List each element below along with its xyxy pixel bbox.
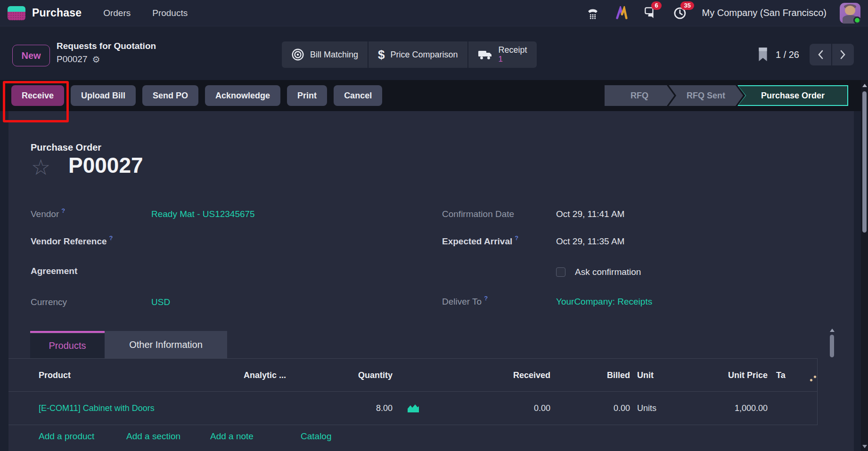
row-unit[interactable]: Units	[637, 403, 656, 413]
col-analytic[interactable]: Analytic ...	[244, 370, 286, 380]
col-quantity[interactable]: Quantity	[358, 370, 393, 380]
gear-icon[interactable]: ⚙	[92, 54, 100, 64]
row-billed[interactable]: 0.00	[614, 403, 630, 413]
add-section-link[interactable]: Add a section	[126, 431, 180, 442]
page-scrollbar-thumb[interactable]	[862, 91, 867, 233]
currency-value[interactable]: USD	[151, 297, 170, 307]
breadcrumb-parent[interactable]: Requests for Quotation	[57, 41, 156, 51]
send-po-button[interactable]: Send PO	[142, 85, 198, 106]
status-step-purchase-order-label: Purchase Order	[761, 91, 825, 101]
page-scrollbar[interactable]	[861, 80, 868, 451]
expected-arrival-value[interactable]: Oct 29, 11:35 AM	[556, 236, 624, 247]
deliver-to-value[interactable]: YourCompany: Receipts	[556, 297, 652, 307]
upload-bill-button[interactable]: Upload Bill	[71, 85, 136, 106]
scroll-down-arrow-icon[interactable]	[862, 445, 867, 448]
receipt-button[interactable]: Receipt 1	[468, 41, 537, 68]
breadcrumb-current: P00027	[57, 54, 88, 64]
ask-confirmation-checkbox[interactable]	[556, 267, 565, 277]
inner-scrollbar-thumb[interactable]	[830, 335, 834, 357]
phone-icon[interactable]	[585, 5, 601, 21]
price-comparison-button[interactable]: $ Price Comparison	[368, 41, 467, 68]
acknowledge-button[interactable]: Acknowledge	[205, 85, 280, 106]
col-unit[interactable]: Unit	[637, 370, 654, 380]
vendor-value[interactable]: Ready Mat - US12345675	[151, 209, 255, 219]
truck-icon	[478, 48, 493, 61]
pager-value: 1 / 26	[776, 49, 799, 60]
currency-label: Currency	[31, 297, 67, 307]
confirmation-date-value[interactable]: Oct 29, 11:41 AM	[556, 209, 624, 219]
table-row[interactable]: [E-COM11] Cabinet with Doors 8.00 0.00 0…	[8, 392, 817, 425]
pager-previous-button[interactable]	[810, 44, 831, 65]
inner-scrollbar[interactable]	[828, 329, 836, 360]
bill-matching-label: Bill Matching	[310, 50, 358, 60]
scroll-up-arrow-icon[interactable]	[862, 84, 867, 87]
row-unit-price[interactable]: 1,000.00	[735, 403, 768, 413]
add-product-link[interactable]: Add a product	[39, 431, 94, 442]
table-header-row: Product Analytic ... Quantity Received B…	[8, 359, 817, 392]
bill-matching-button[interactable]: Bill Matching	[282, 41, 368, 68]
help-icon: ?	[61, 207, 65, 214]
row-quantity[interactable]: 8.00	[376, 403, 393, 413]
col-received[interactable]: Received	[513, 370, 550, 380]
dollar-icon: $	[378, 48, 385, 62]
tab-other-information[interactable]: Other Information	[105, 331, 227, 359]
ask-confirmation-label: Ask confirmation	[575, 267, 641, 277]
top-navbar: Purchase Orders Products	[0, 0, 868, 26]
status-step-rfq-sent[interactable]: RFQ Sent	[669, 85, 743, 106]
vendor-reference-label: Vendor Reference	[31, 236, 107, 247]
control-panel: New Requests for Quotation P00027 ⚙ Bill…	[0, 27, 868, 80]
help-icon: ?	[484, 295, 488, 302]
help-icon: ?	[515, 234, 518, 242]
new-button[interactable]: New	[12, 45, 50, 66]
add-note-link[interactable]: Add a note	[210, 431, 254, 442]
vendor-label: Vendor	[31, 209, 59, 219]
tab-products[interactable]: Products	[30, 331, 105, 359]
breadcrumb: Requests for Quotation P00027 ⚙	[57, 41, 156, 64]
odoo-purchase-app: Purchase Orders Products	[0, 0, 868, 451]
col-product[interactable]: Product	[39, 370, 71, 380]
bullseye-icon	[291, 48, 304, 61]
row-product-link[interactable]: [E-COM11] Cabinet with Doors	[39, 403, 155, 413]
notebook-tabs: Products Other Information	[30, 331, 227, 359]
cancel-button[interactable]: Cancel	[334, 85, 382, 106]
smart-buttons: Bill Matching $ Price Comparison Receipt…	[282, 41, 537, 68]
help-icon: ?	[109, 234, 113, 242]
messages-icon[interactable]: 6	[643, 5, 659, 21]
online-status-dot	[853, 16, 860, 24]
activities-icon[interactable]: 35	[672, 5, 688, 21]
forecast-chart-icon[interactable]	[407, 403, 420, 413]
col-unit-price[interactable]: Unit Price	[728, 370, 768, 380]
favorite-star-icon[interactable]: ☆	[31, 156, 50, 178]
ai-icon[interactable]	[614, 5, 630, 21]
status-step-purchase-order[interactable]: Purchase Order	[737, 85, 848, 106]
col-billed[interactable]: Billed	[607, 370, 630, 380]
agreement-label: Agreement	[31, 266, 77, 276]
col-taxes[interactable]: Ta	[776, 370, 786, 380]
menu-products[interactable]: Products	[152, 8, 188, 18]
print-button[interactable]: Print	[287, 85, 327, 106]
pager-next-button[interactable]	[832, 44, 854, 65]
receive-button[interactable]: Receive	[11, 85, 64, 106]
form-sheet: Purchase Order ☆ P00027 Vendor ? Ready M…	[8, 111, 854, 451]
statusbar: RFQ RFQ Sent Purchase Order	[605, 85, 848, 106]
messages-badge: 6	[651, 1, 661, 10]
confirmation-date-label: Confirmation Date	[442, 209, 514, 219]
scroll-up-arrow-icon[interactable]	[830, 329, 835, 332]
order-lines-table: Product Analytic ... Quantity Received B…	[8, 359, 818, 425]
company-switcher[interactable]: My Company (San Francisco)	[702, 8, 827, 18]
bookmark-icon[interactable]	[758, 48, 768, 62]
record-name: P00027	[68, 153, 143, 178]
row-received[interactable]: 0.00	[534, 403, 550, 413]
price-comparison-label: Price Comparison	[391, 50, 458, 60]
user-avatar[interactable]	[840, 3, 860, 24]
app-title[interactable]: Purchase	[32, 7, 82, 19]
receipt-label: Receipt	[499, 45, 527, 55]
menu-orders[interactable]: Orders	[103, 8, 131, 18]
purchase-app-logo-icon[interactable]	[8, 6, 25, 20]
status-step-rfq[interactable]: RFQ	[605, 85, 674, 106]
catalog-link[interactable]: Catalog	[301, 431, 332, 442]
expected-arrival-label: Expected Arrival	[442, 236, 512, 247]
action-strip: Receive Upload Bill Send PO Acknowledge …	[0, 80, 868, 111]
deliver-to-label: Deliver To	[442, 297, 482, 307]
table-footer-links: Add a product Add a section Add a note C…	[8, 431, 818, 445]
